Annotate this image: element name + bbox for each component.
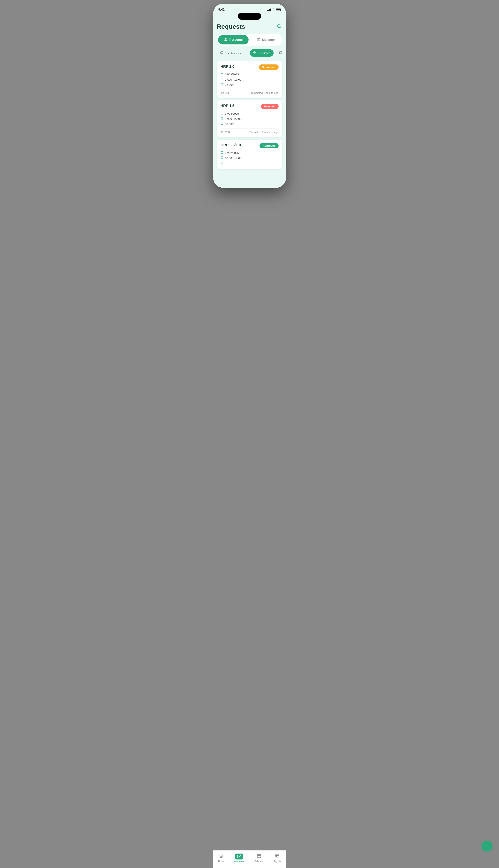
calendar-icon-2 — [221, 112, 223, 115]
header: Requests — [217, 21, 282, 34]
svg-rect-9 — [280, 52, 282, 54]
card-title-3: ORP 0.5/1.0 — [221, 143, 241, 147]
calendar-icon-3 — [221, 151, 223, 154]
manager-icon — [257, 37, 260, 42]
wifi-icon — [272, 8, 275, 11]
svg-point-5 — [259, 38, 260, 39]
svg-rect-13 — [221, 73, 223, 75]
tab-manager-label: Manager — [262, 38, 275, 42]
hrp-icon — [253, 51, 256, 55]
status-badge-approved: Approved — [259, 143, 278, 148]
card-footer: ID: 0093 Submitted 1 minute ago — [221, 89, 279, 95]
clock-icon-2 — [221, 117, 223, 121]
tab-attendance[interactable]: Attendance — [276, 49, 282, 57]
card-date: 08/03/2025 — [221, 72, 279, 76]
svg-rect-29 — [221, 151, 223, 153]
status-time: 9:41 — [218, 8, 225, 12]
phone-frame: 9:41 Requests — [213, 4, 286, 188]
card-time-range-3: 08:00 - 17:00 — [221, 156, 279, 160]
tab-manager[interactable]: Manager — [251, 35, 281, 45]
view-tabs: Personal Manager — [217, 34, 282, 46]
status-bar: 9:41 — [213, 4, 286, 13]
card-duration-2: 3h 00m — [221, 122, 279, 126]
svg-point-3 — [225, 38, 227, 39]
card-submitted-time-2: Submitted 2 minutes ago — [250, 131, 279, 134]
clock-icon — [221, 78, 223, 81]
card-title-2: HRP 1.5 — [221, 104, 234, 108]
clock-icon-3 — [221, 156, 223, 160]
tab-personal[interactable]: Personal — [218, 35, 249, 45]
status-icons — [267, 8, 281, 11]
tab-hrp-orp[interactable]: HRP/ORP — [250, 49, 273, 57]
dynamic-island — [238, 13, 261, 20]
card-title: HRP 2.0 — [221, 64, 234, 69]
category-tabs: Reimbursement HRP/ORP — [217, 49, 282, 58]
card-id-2: ID: 0092 — [221, 131, 230, 134]
card-header: HRP 2.0 Submitted — [221, 64, 279, 70]
card-header-3: ORP 0.5/1.0 Approved — [221, 143, 279, 148]
search-button[interactable] — [276, 23, 282, 30]
svg-line-2 — [280, 27, 281, 28]
signal-bars-icon — [267, 8, 271, 11]
card-duration-partial — [221, 161, 279, 165]
stopwatch-icon-2 — [221, 122, 223, 126]
reimbursement-icon — [220, 51, 223, 55]
card-date-2: 07/03/2025 — [221, 112, 279, 115]
svg-rect-6 — [221, 52, 223, 54]
card-id: ID: 0093 — [221, 91, 230, 95]
tab-personal-label: Personal — [229, 38, 243, 42]
app-content: Requests Personal — [213, 21, 286, 188]
card-duration: 2h 00m — [221, 83, 279, 86]
page-title: Requests — [217, 23, 245, 30]
stopwatch-icon-3 — [221, 161, 223, 165]
person-icon — [224, 37, 228, 42]
svg-point-4 — [257, 38, 258, 39]
card-time-range: 17:00 - 19:00 — [221, 78, 279, 81]
card-submitted-time: Submitted 1 minute ago — [251, 91, 279, 95]
tab-reimbursement-label: Reimbursement — [225, 51, 244, 54]
attendance-icon — [279, 51, 282, 55]
card-header-2: HRP 1.5 Rejected — [221, 104, 279, 109]
tab-reimbursement[interactable]: Reimbursement — [217, 49, 248, 57]
svg-rect-21 — [221, 112, 223, 114]
status-badge-submitted: Submitted — [259, 64, 278, 70]
request-card-orp[interactable]: ORP 0.5/1.0 Approved 07/02/2025 — [217, 140, 282, 169]
tab-hrp-orp-label: HRP/ORP — [257, 51, 270, 54]
battery-icon — [276, 9, 281, 11]
search-icon — [276, 24, 281, 29]
card-date-3: 07/02/2025 — [221, 151, 279, 154]
calendar-icon — [221, 72, 223, 76]
svg-point-0 — [273, 10, 273, 11]
stopwatch-icon — [221, 83, 223, 86]
status-badge-rejected: Rejected — [261, 104, 279, 109]
request-card-hrp2[interactable]: HRP 2.0 Submitted 08/03/2025 — [217, 61, 282, 98]
card-footer-2: ID: 0092 Submitted 2 minutes ago — [221, 128, 279, 134]
card-time-range-2: 17:00 - 20:00 — [221, 117, 279, 121]
request-card-hrp15[interactable]: HRP 1.5 Rejected 07/03/2025 — [217, 100, 282, 137]
requests-list: HRP 2.0 Submitted 08/03/2025 — [217, 61, 282, 188]
